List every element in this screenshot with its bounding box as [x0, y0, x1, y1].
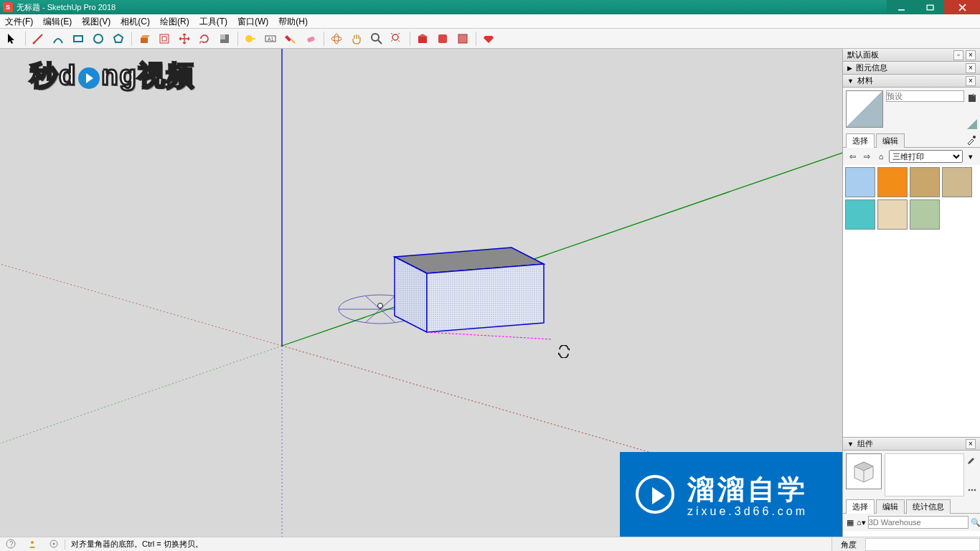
gem-tool-icon[interactable] [479, 30, 498, 47]
section-close-icon[interactable]: × [966, 76, 976, 86]
window-maximize-button[interactable] [915, 0, 944, 14]
component-edit-icon[interactable] [967, 455, 977, 466]
status-geo-icon[interactable] [49, 539, 59, 550]
section-close-icon[interactable]: × [966, 439, 976, 449]
materials-label: 材料 [857, 75, 873, 86]
paint-tool-icon[interactable] [281, 30, 300, 47]
tape-tool-icon[interactable] [241, 30, 260, 47]
pushpull-tool-icon[interactable] [135, 30, 154, 47]
materials-tab-edit[interactable]: 编辑 [876, 133, 905, 148]
svg-line-45 [427, 332, 552, 339]
window-minimize-button[interactable] [887, 0, 915, 14]
material-back-icon[interactable]: ⇦ [846, 150, 859, 163]
svg-rect-14 [251, 38, 255, 39]
dimension-tool-icon[interactable]: A1 [261, 30, 280, 47]
material-swatch[interactable] [845, 167, 875, 197]
material-name-input[interactable] [886, 90, 964, 102]
offset-tool-icon[interactable] [155, 30, 174, 47]
entity-info-label: 图元信息 [856, 62, 887, 73]
warehouse-tool-icon[interactable] [413, 30, 432, 47]
material-swatch[interactable] [877, 199, 908, 230]
component-search-icon[interactable]: 🔍 [970, 516, 980, 529]
materials-header[interactable]: ▼ 材料 × [843, 75, 980, 88]
arc-tool-icon[interactable] [49, 30, 67, 47]
status-person-icon[interactable] [27, 539, 37, 550]
components-tab-select[interactable]: 选择 [846, 499, 875, 514]
svg-marker-43 [427, 264, 544, 332]
zoom-tool-icon[interactable] [367, 30, 386, 47]
tray-title[interactable]: 默认面板 ▫ × [843, 49, 980, 62]
components-tab-edit[interactable]: 编辑 [876, 499, 905, 514]
svg-rect-5 [74, 36, 83, 42]
rotate-tool-icon[interactable] [195, 30, 214, 47]
window-close-button[interactable] [944, 0, 980, 14]
material-menu-icon[interactable]: ▾ [964, 150, 977, 163]
entity-info-header[interactable]: ▶ 图元信息 × [843, 62, 980, 75]
zoom-extents-tool-icon[interactable] [387, 30, 406, 47]
pan-tool-icon[interactable] [347, 30, 366, 47]
material-swatch[interactable] [910, 199, 940, 230]
component-menu-icon[interactable] [967, 485, 977, 496]
menu-camera[interactable]: 相机(C) [116, 14, 155, 29]
measure-input[interactable] [865, 538, 980, 551]
menu-file[interactable]: 文件(F) [0, 14, 38, 29]
tray-title-label: 默认面板 [847, 50, 879, 60]
svg-text:?: ? [9, 540, 14, 548]
tray-close-icon[interactable]: × [966, 50, 976, 60]
window-title: 无标题 - SketchUp Pro 2018 [17, 2, 116, 13]
menu-window[interactable]: 窗口(W) [232, 14, 273, 29]
material-swatch-grid [843, 165, 980, 251]
component-search-input[interactable] [868, 516, 969, 529]
material-swatch[interactable] [877, 167, 908, 197]
svg-point-38 [378, 303, 383, 309]
extensions-tool-icon[interactable] [433, 30, 452, 47]
eyedropper-icon[interactable] [966, 134, 977, 147]
brand-url: zixue.3d66.com [687, 505, 808, 518]
default-material-icon[interactable] [967, 119, 977, 131]
menu-tools[interactable]: 工具(T) [194, 14, 232, 29]
components-tab-stats[interactable]: 统计信息 [906, 499, 951, 514]
materials-tab-select[interactable]: 选择 [846, 133, 875, 148]
select-tool-icon[interactable] [3, 30, 22, 47]
collapse-icon: ▶ [847, 65, 852, 72]
svg-point-58 [53, 542, 55, 545]
menu-draw[interactable]: 绘图(R) [155, 14, 194, 29]
eraser-tool-icon[interactable] [301, 30, 320, 47]
toolbar-separator [129, 30, 133, 47]
line-tool-icon[interactable] [29, 30, 47, 47]
material-fwd-icon[interactable]: ⇨ [860, 150, 873, 163]
3d-viewport[interactable]: 秒dng视频 溜溜自学 zixue.3d66.com [0, 49, 842, 537]
tray-panel: 默认面板 ▫ × ▶ 图元信息 × ▼ 材料 × [842, 49, 980, 537]
svg-rect-1 [927, 5, 933, 10]
material-swatch[interactable] [910, 167, 940, 197]
status-info-icon[interactable]: ? [6, 539, 16, 550]
move-tool-icon[interactable] [175, 30, 194, 47]
material-category-select[interactable]: 三维打印 [889, 150, 963, 163]
polygon-tool-icon[interactable] [109, 30, 128, 47]
material-swatch[interactable] [942, 167, 972, 197]
component-view-icon[interactable]: ▦ [846, 516, 854, 529]
svg-point-18 [331, 37, 341, 41]
components-tabs: 选择 编辑 统计信息 [843, 499, 980, 514]
layout-tool-icon[interactable] [453, 30, 472, 47]
material-home-icon[interactable]: ⌂ [875, 150, 887, 163]
shape-tool-icon[interactable] [69, 30, 88, 47]
section-close-icon[interactable]: × [966, 63, 976, 73]
create-material-icon[interactable] [967, 93, 977, 105]
current-material-swatch[interactable] [846, 90, 883, 128]
svg-point-51 [969, 489, 971, 491]
orbit-tool-icon[interactable] [327, 30, 346, 47]
component-thumbnail[interactable] [846, 453, 882, 489]
toolbar-separator [235, 30, 240, 47]
menu-view[interactable]: 视图(V) [77, 14, 116, 29]
components-header[interactable]: ▼ 组件 × [843, 438, 980, 451]
menu-help[interactable]: 帮助(H) [273, 14, 313, 29]
circle-tool-icon[interactable] [89, 30, 108, 47]
brand-name: 溜溜自学 [687, 471, 808, 508]
tray-pin-icon[interactable]: ▫ [953, 50, 963, 60]
scale-tool-icon[interactable] [215, 30, 234, 47]
component-home-icon[interactable]: ⌂▾ [856, 516, 867, 529]
menu-edit[interactable]: 编辑(E) [38, 14, 77, 29]
material-swatch[interactable] [845, 199, 875, 230]
toolbar-separator [321, 30, 326, 47]
